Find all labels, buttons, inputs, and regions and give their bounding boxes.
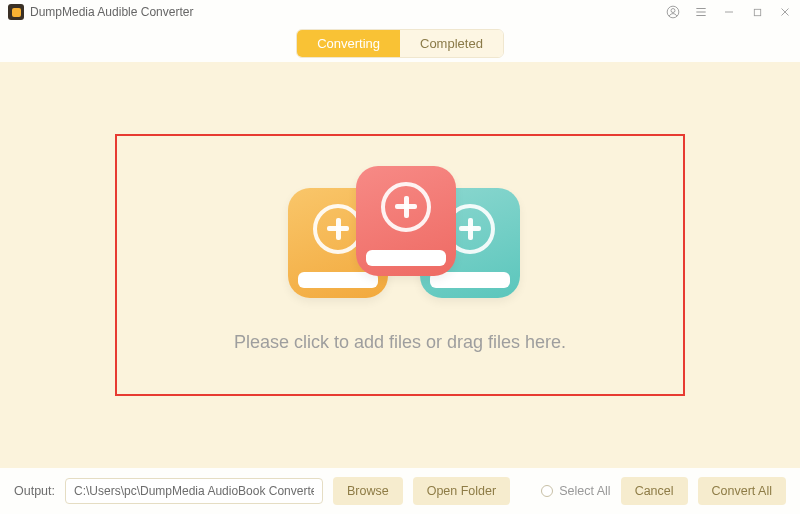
- tabs: Converting Completed: [296, 29, 504, 58]
- svg-rect-6: [754, 9, 760, 15]
- svg-point-1: [671, 9, 675, 13]
- browse-button[interactable]: Browse: [333, 477, 403, 505]
- svg-point-0: [667, 6, 679, 18]
- select-all-toggle[interactable]: Select All: [541, 484, 610, 498]
- app-icon: [8, 4, 24, 20]
- tab-bar: Converting Completed: [0, 24, 800, 62]
- app-icon-inner: [12, 8, 21, 17]
- select-all-label: Select All: [559, 484, 610, 498]
- convert-all-button[interactable]: Convert All: [698, 477, 786, 505]
- minimize-icon[interactable]: [722, 5, 736, 19]
- radio-icon: [541, 485, 553, 497]
- menu-icon[interactable]: [694, 5, 708, 19]
- content-area: Please click to add files or drag files …: [0, 62, 800, 468]
- close-icon[interactable]: [778, 5, 792, 19]
- plus-icon: [381, 182, 431, 232]
- book-pages: [366, 250, 446, 266]
- output-path-field[interactable]: [65, 478, 323, 504]
- file-dropzone[interactable]: Please click to add files or drag files …: [115, 134, 685, 396]
- tab-completed[interactable]: Completed: [400, 30, 503, 57]
- app-title: DumpMedia Audible Converter: [30, 5, 193, 19]
- open-folder-button[interactable]: Open Folder: [413, 477, 510, 505]
- footer-bar: Output: Browse Open Folder Select All Ca…: [0, 468, 800, 514]
- window-controls: [666, 5, 792, 19]
- book-pages: [298, 272, 378, 288]
- dropzone-hint: Please click to add files or drag files …: [234, 332, 566, 353]
- cancel-button[interactable]: Cancel: [621, 477, 688, 505]
- maximize-icon[interactable]: [750, 5, 764, 19]
- add-book-red-icon: [356, 166, 456, 276]
- output-label: Output:: [14, 484, 55, 498]
- tab-converting[interactable]: Converting: [297, 30, 400, 57]
- dropzone-illustration: [280, 166, 520, 306]
- account-icon[interactable]: [666, 5, 680, 19]
- titlebar: DumpMedia Audible Converter: [0, 0, 800, 24]
